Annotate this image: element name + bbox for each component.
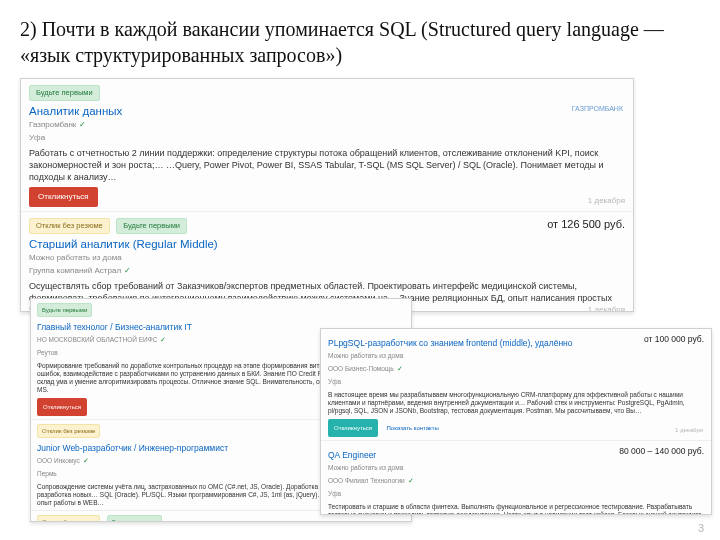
verified-icon: ✓ xyxy=(124,266,131,275)
salary: 80 000 – 140 000 руб. xyxy=(619,445,704,457)
remote-note: Можно работать из дома xyxy=(328,462,704,474)
post-date: 1 декабря xyxy=(675,424,703,436)
salary: от 126 500 руб. xyxy=(547,218,625,230)
post-date: 1 декабря xyxy=(588,304,625,312)
company-name: Группа компаний Астрал✓ xyxy=(29,265,625,277)
job-card: Будьте первыми Аналитик данных ГАЗПРОМБА… xyxy=(21,79,633,212)
respond-button[interactable]: Откликнуться xyxy=(328,419,378,437)
job-title-link[interactable]: Аналитик данных xyxy=(29,105,122,117)
slide-heading: 2) Почти в каждой вакансии упоминается S… xyxy=(20,16,680,68)
verified-icon: ✓ xyxy=(79,120,86,129)
badge-no-resume: Отклик без резюме xyxy=(29,218,110,234)
badge-no-resume: Отклик без резюме xyxy=(37,424,100,438)
job-description: Работать с отчетностью 2 линии поддержки… xyxy=(29,147,625,183)
page-number: 3 xyxy=(698,522,704,534)
job-title-link[interactable]: Junior Web-разработчик / Инженер-програм… xyxy=(37,442,228,454)
job-title-link[interactable]: QA Engineer xyxy=(328,449,376,461)
badge-first: Будьте первыми xyxy=(29,85,100,101)
company-name: ООО Бизнес-Помощь✓ xyxy=(328,363,704,375)
job-title-link[interactable]: Старший аналитик (Regular Middle) xyxy=(29,238,218,250)
badge-first: Будьте первыми xyxy=(107,515,162,522)
city: Уфа xyxy=(328,488,704,500)
company-logo: ГАЗПРОМБАНК xyxy=(572,103,623,115)
verified-icon: ✓ xyxy=(408,477,414,484)
respond-button[interactable]: Откликнуться xyxy=(29,187,98,207)
city: Уфа xyxy=(328,376,704,388)
job-card: 80 000 – 140 000 руб. QA Engineer Можно … xyxy=(321,441,711,515)
job-description: В настоящее время мы разрабатываем много… xyxy=(328,391,704,415)
badge-first: Будьте первыми xyxy=(37,303,92,317)
verified-icon: ✓ xyxy=(160,336,166,343)
remote-note: Можно работать из дома xyxy=(328,350,704,362)
verified-icon: ✓ xyxy=(397,365,403,372)
job-title-link[interactable]: PLpgSQL-разработчик со знанием frontend … xyxy=(328,337,573,349)
company-name: Газпромбанк✓ xyxy=(29,119,625,131)
job-card: Отклик без резюме Будьте первыми от 126 … xyxy=(21,212,633,312)
job-panel-c: от 100 000 руб. PLpgSQL-разработчик со з… xyxy=(320,328,712,515)
respond-button[interactable]: Откликнуться xyxy=(37,398,87,416)
show-contacts-button[interactable]: Показать контакты xyxy=(381,419,445,437)
post-date: 1 декабря xyxy=(588,195,625,207)
remote-note: Можно работать из дома xyxy=(29,252,625,264)
badge-no-resume: Отклик без резюме xyxy=(37,515,100,522)
job-title-link[interactable]: Главный технолог / Бизнес-аналитик IT xyxy=(37,321,192,333)
city: Уфа xyxy=(29,132,625,144)
job-panel-a: Будьте первыми Аналитик данных ГАЗПРОМБА… xyxy=(20,78,634,312)
verified-icon: ✓ xyxy=(83,457,89,464)
company-name: ООО Филиал Технологии✓ xyxy=(328,475,704,487)
job-card: от 100 000 руб. PLpgSQL-разработчик со з… xyxy=(321,329,711,441)
badge-first: Будьте первыми xyxy=(116,218,187,234)
salary: от 100 000 руб. xyxy=(644,333,704,345)
job-description: Тестировать и старшие в области финтеха.… xyxy=(328,503,704,515)
